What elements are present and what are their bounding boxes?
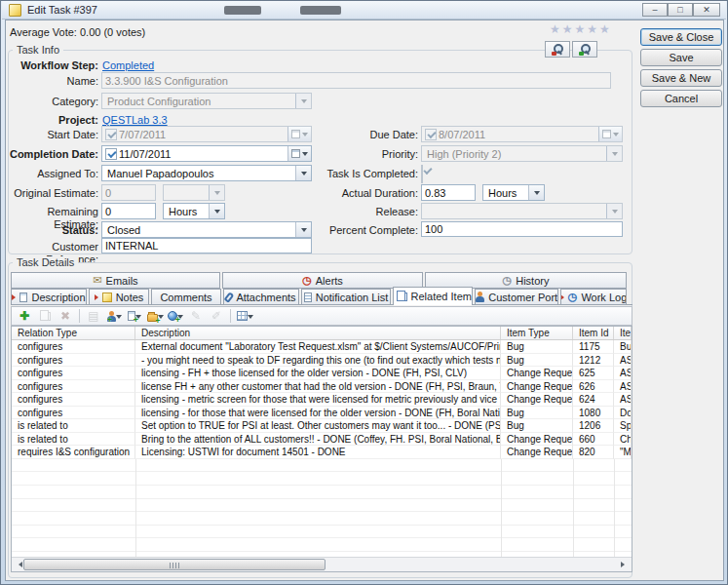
column-header[interactable]: Item Id — [573, 327, 614, 339]
star-icon[interactable]: ★ — [575, 23, 586, 36]
actual-duration-unit-select[interactable]: Hours — [482, 184, 545, 201]
project-label: Project: — [1, 114, 98, 127]
column-chooser-dropdown[interactable] — [236, 308, 253, 325]
completion-date-field[interactable]: 11/07/2011 — [101, 145, 312, 162]
actual-duration-label: Actual Duration: — [311, 187, 418, 200]
category-select: Product Configuration — [101, 93, 312, 109]
remaining-estimate-field[interactable] — [101, 203, 156, 219]
scroll-right-arrow-icon[interactable] — [617, 558, 632, 571]
category-label: Category: — [1, 96, 98, 108]
cancel-edit-button: ✐ — [208, 308, 225, 325]
column-header[interactable]: Description — [135, 327, 501, 339]
task-details-group-title: Task Details — [13, 256, 78, 268]
chevron-down-icon — [295, 166, 311, 180]
date-picker-icon[interactable] — [287, 146, 311, 161]
priority-label: Priority: — [311, 148, 418, 161]
task-info-group-title: Task Info — [13, 44, 63, 56]
tab-attachments[interactable]: Attachments — [223, 289, 299, 305]
start-date-label: Start Date: — [1, 129, 98, 141]
save-button[interactable]: Save — [640, 49, 722, 66]
name-field — [101, 72, 611, 89]
save-close-button[interactable]: Save & Close — [640, 28, 722, 46]
status-select[interactable]: Closed — [101, 221, 312, 238]
new-folder-item-dropdown[interactable] — [146, 308, 164, 325]
edit-task-window: Edit Task #397 – □ ✕ Average Vote: 0.00 … — [0, 0, 728, 585]
grid-empty-rows — [12, 459, 632, 558]
table-row[interactable]: configures licensing - FH + those licens… — [12, 367, 632, 380]
workflow-step-link[interactable]: Completed — [102, 59, 154, 71]
tab-customer-portal[interactable]: Customer Portal — [475, 289, 558, 305]
table-row[interactable]: is related to Set option to TRUE for PSI… — [12, 419, 632, 433]
scrollbar-thumb[interactable] — [23, 559, 326, 570]
table-row[interactable]: configures license FH + any other custom… — [12, 380, 632, 394]
minimize-button[interactable]: – — [642, 3, 668, 17]
maximize-button[interactable]: □ — [668, 3, 693, 17]
cancel-button[interactable]: Cancel — [640, 90, 722, 107]
release-select — [421, 203, 623, 219]
original-estimate-unit-select — [163, 184, 225, 201]
save-new-button[interactable]: Save & New — [640, 69, 722, 87]
redacted-menu-item[interactable] — [300, 6, 341, 15]
remaining-estimate-unit-select[interactable]: Hours — [163, 203, 225, 219]
due-date-checkbox — [425, 129, 437, 140]
horizontal-scrollbar[interactable] — [12, 557, 632, 571]
grid-header-row: Relation Type Description Item Type Item… — [12, 327, 632, 340]
date-picker-icon — [598, 127, 622, 141]
tab-emails[interactable]: ✉ Emails — [11, 272, 220, 289]
release-label: Release: — [311, 206, 418, 218]
document-icon — [19, 292, 27, 302]
percent-complete-field[interactable] — [421, 221, 623, 237]
project-link[interactable]: QESTLab 3.3 — [102, 114, 168, 126]
star-icon[interactable]: ★ — [562, 23, 573, 36]
find-task-button[interactable] — [545, 41, 570, 58]
table-row[interactable]: configures External document "Laboratory… — [12, 340, 632, 354]
tab-work-log[interactable]: ◷ Work Log — [560, 289, 627, 305]
actual-duration-field[interactable] — [421, 184, 476, 201]
tab-notes[interactable]: Notes — [89, 289, 149, 305]
start-date-checkbox — [105, 129, 117, 140]
table-row[interactable]: is related to Bring to the attention of … — [12, 433, 632, 447]
star-icon[interactable]: ★ — [550, 23, 560, 36]
chevron-down-icon — [606, 146, 622, 161]
tab-description[interactable]: Description — [11, 289, 87, 305]
star-icon[interactable]: ★ — [599, 23, 610, 36]
original-estimate-label: Original Estimate: — [1, 187, 98, 200]
copy-item-button — [36, 308, 54, 325]
star-icon[interactable]: ★ — [587, 23, 597, 36]
assigned-to-select[interactable]: Manuel Papadopoulos — [101, 165, 312, 181]
chevron-down-icon — [209, 185, 224, 200]
delete-item-button: ✖ — [57, 308, 74, 325]
related-items-icon — [401, 292, 407, 301]
completion-date-label: Completion Date: — [1, 148, 98, 161]
column-header[interactable]: Item Type — [501, 327, 573, 339]
new-document-item-dropdown[interactable] — [126, 308, 143, 325]
edit-item-button: ✎ — [187, 308, 205, 325]
tab-notification-list[interactable]: Notification List — [301, 289, 391, 305]
priority-select: High (Priority 2) — [421, 145, 623, 162]
table-row[interactable]: requires I&S configuration Licensing: US… — [12, 446, 632, 459]
unread-marker-icon — [560, 294, 564, 300]
table-row[interactable]: configures - you might need to speak to … — [12, 354, 632, 368]
column-header[interactable]: Item — [614, 327, 632, 339]
table-row[interactable]: configures licensing - for those that we… — [12, 407, 632, 420]
completion-date-checkbox[interactable] — [105, 148, 117, 160]
chevron-down-icon — [295, 222, 311, 237]
customer-reference-field[interactable] — [101, 238, 312, 254]
new-web-item-dropdown[interactable] — [167, 308, 184, 325]
tab-related-items[interactable]: Related Items — [393, 287, 473, 305]
vote-stars: ★ ★ ★ ★ ★ — [550, 23, 610, 36]
new-user-item-dropdown[interactable] — [105, 308, 123, 325]
chevron-down-icon — [209, 204, 224, 218]
chevron-down-icon — [528, 185, 544, 200]
chevron-down-icon — [295, 94, 311, 108]
close-button[interactable]: ✕ — [693, 3, 720, 17]
person-add-icon — [106, 311, 116, 322]
redacted-menu-item[interactable] — [224, 6, 261, 15]
table-row[interactable]: configures licensing - metric screen for… — [12, 393, 632, 407]
percent-complete-label: Percent Complete: — [311, 224, 418, 237]
find-next-button[interactable] — [572, 41, 597, 58]
column-header[interactable]: Relation Type — [12, 327, 135, 339]
add-item-button[interactable]: ✚ — [16, 308, 33, 325]
task-is-completed-checkbox — [421, 165, 423, 183]
tab-comments[interactable]: Comments — [151, 289, 221, 305]
